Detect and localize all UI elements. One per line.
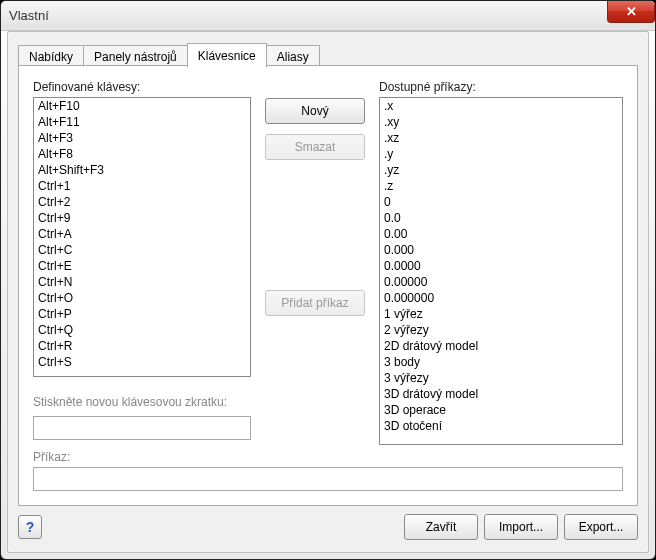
press-shortcut-label: Stiskněte novou klávesovou zkratku: [33, 395, 251, 409]
tabstrip: Nabídky Panely nástrojů Klávesnice Alias… [8, 32, 648, 67]
export-button[interactable]: Export... [564, 514, 638, 540]
list-item[interactable]: Ctrl+A [34, 226, 250, 242]
defined-keys-label: Definované klávesy: [33, 80, 251, 94]
list-item[interactable]: Ctrl+R [34, 338, 250, 354]
list-item[interactable]: .xz [380, 130, 622, 146]
list-item[interactable]: 0.0000 [380, 258, 622, 274]
list-item[interactable]: 3D operace [380, 402, 622, 418]
list-item[interactable]: Ctrl+S [34, 354, 250, 370]
list-item[interactable]: 3 body [380, 354, 622, 370]
import-button[interactable]: Import... [484, 514, 558, 540]
close-icon: ✕ [626, 4, 637, 19]
list-item[interactable]: 0 [380, 194, 622, 210]
command-label: Příkaz: [33, 450, 623, 464]
list-item[interactable]: .z [380, 178, 622, 194]
list-item[interactable]: Alt+F8 [34, 146, 250, 162]
new-button[interactable]: Nový [265, 98, 365, 124]
defined-keys-listbox[interactable]: Alt+F10Alt+F11Alt+F3Alt+F8Alt+Shift+F3Ct… [33, 97, 251, 377]
tab-label: Nabídky [29, 50, 73, 64]
tab-keyboard[interactable]: Klávesnice [187, 43, 267, 68]
list-item[interactable]: .xy [380, 114, 622, 130]
list-item[interactable]: Ctrl+E [34, 258, 250, 274]
list-item[interactable]: Ctrl+9 [34, 210, 250, 226]
list-item[interactable]: 0.00 [380, 226, 622, 242]
column-available-commands: Dostupné příkazy: .x.xy.xz.y.yz.z00.00.0… [379, 80, 623, 491]
available-commands-listbox[interactable]: .x.xy.xz.y.yz.z00.00.000.0000.00000.0000… [379, 97, 623, 445]
list-item[interactable]: Ctrl+P [34, 306, 250, 322]
tab-label: Aliasy [277, 50, 309, 64]
list-item[interactable]: .yz [380, 162, 622, 178]
list-item[interactable]: 0.0 [380, 210, 622, 226]
tab-label: Panely nástrojů [94, 50, 177, 64]
list-item[interactable]: 2 výřezy [380, 322, 622, 338]
list-item[interactable]: Ctrl+Q [34, 322, 250, 338]
column-defined-keys: Definované klávesy: Alt+F10Alt+F11Alt+F3… [33, 80, 251, 491]
list-item[interactable]: 0.000000 [380, 290, 622, 306]
window-title: Vlastní [9, 8, 49, 23]
list-item[interactable]: Ctrl+2 [34, 194, 250, 210]
list-item[interactable]: .x [380, 98, 622, 114]
help-icon: ? [26, 519, 35, 535]
delete-button[interactable]: Smazat [265, 134, 365, 160]
list-item[interactable]: Ctrl+O [34, 290, 250, 306]
command-input[interactable] [33, 467, 623, 491]
list-item[interactable]: 3D drátový model [380, 386, 622, 402]
list-item[interactable]: 3D otočení [380, 418, 622, 434]
tab-panel-keyboard: Definované klávesy: Alt+F10Alt+F11Alt+F3… [18, 65, 638, 506]
list-item[interactable]: Alt+F11 [34, 114, 250, 130]
close-dialog-button[interactable]: Zavřít [404, 514, 478, 540]
list-item[interactable]: .y [380, 146, 622, 162]
available-commands-label: Dostupné příkazy: [379, 80, 623, 94]
list-item[interactable]: Alt+F10 [34, 98, 250, 114]
client-area: Nabídky Panely nástrojů Klávesnice Alias… [7, 31, 649, 553]
titlebar: Vlastní ✕ [1, 1, 655, 31]
list-item[interactable]: Alt+F3 [34, 130, 250, 146]
list-item[interactable]: 2D drátový model [380, 338, 622, 354]
command-row: Příkaz: [33, 450, 623, 491]
add-command-button[interactable]: Přidat příkaz [265, 290, 365, 316]
column-actions: Nový Smazat Přidat příkaz [265, 80, 365, 491]
shortcut-input[interactable] [33, 416, 251, 440]
list-item[interactable]: Ctrl+N [34, 274, 250, 290]
list-item[interactable]: Ctrl+1 [34, 178, 250, 194]
list-item[interactable]: 1 výřez [380, 306, 622, 322]
bottom-bar: ? Zavřít Import... Export... [18, 512, 638, 542]
close-button[interactable]: ✕ [607, 1, 655, 23]
list-item[interactable]: 0.00000 [380, 274, 622, 290]
help-button[interactable]: ? [18, 515, 42, 539]
list-item[interactable]: Ctrl+C [34, 242, 250, 258]
list-item[interactable]: 3 výřezy [380, 370, 622, 386]
list-item[interactable]: Alt+Shift+F3 [34, 162, 250, 178]
tab-label: Klávesnice [198, 49, 256, 63]
dialog-window: Vlastní ✕ Nabídky Panely nástrojů Kláves… [0, 0, 656, 560]
list-item[interactable]: 0.000 [380, 242, 622, 258]
